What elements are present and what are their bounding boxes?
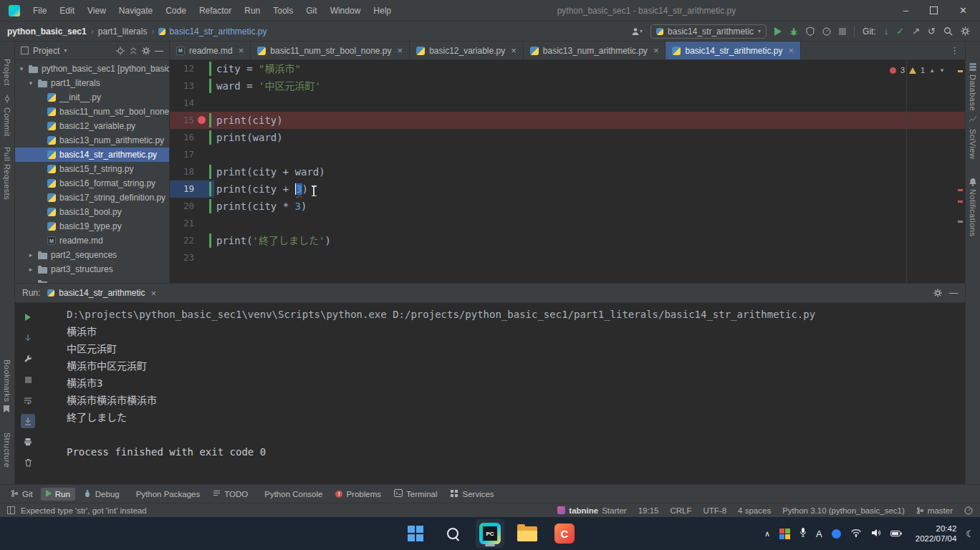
- print-icon[interactable]: [21, 435, 35, 449]
- wifi-icon[interactable]: [850, 527, 862, 540]
- stripe-bookmarks[interactable]: Bookmarks: [3, 360, 11, 402]
- python-interpreter[interactable]: Python 3.10 (python_basic_sec1): [782, 506, 905, 515]
- minimize-button[interactable]: –: [903, 5, 908, 16]
- tree-file[interactable]: basic18_bool.py: [15, 205, 169, 219]
- locate-file-icon[interactable]: [116, 47, 125, 55]
- stop-button[interactable]: [839, 28, 846, 35]
- hide-run-panel-icon[interactable]: —: [949, 288, 958, 298]
- run-tab[interactable]: basic14_str_arithmetic ×: [47, 288, 156, 298]
- taskbar-pycharm-button[interactable]: PC: [476, 519, 504, 548]
- notifications-gauge-icon[interactable]: [964, 506, 973, 515]
- tray-overflow-chevron-icon[interactable]: ∧: [764, 529, 770, 539]
- line-separator[interactable]: CRLF: [670, 506, 691, 515]
- editor-line[interactable]: 12city = "横浜市": [170, 60, 965, 77]
- menu-item-file[interactable]: File: [27, 4, 52, 18]
- tree-file[interactable]: basic17_string_definition.py: [15, 190, 169, 205]
- stripe-project[interactable]: Project: [3, 59, 11, 86]
- toolwindow-button-terminal[interactable]: Terminal: [389, 487, 442, 501]
- tree-file[interactable]: __init__.py: [15, 90, 169, 105]
- debug-button[interactable]: [789, 27, 798, 36]
- menu-item-tools[interactable]: Tools: [267, 4, 299, 18]
- clear-all-icon[interactable]: [21, 455, 35, 470]
- menu-item-view[interactable]: View: [82, 4, 112, 18]
- inspections-widget[interactable]: 3 1 ▲ ▼: [890, 66, 945, 74]
- editor-tab[interactable]: basic11_num_str_bool_none.py×: [251, 42, 410, 59]
- expand-arrow-icon[interactable]: ▾: [18, 65, 25, 72]
- git-commit-button[interactable]: ✓: [896, 26, 904, 37]
- soft-wrap-icon[interactable]: [21, 393, 35, 407]
- toolwindow-button-debug[interactable]: Debug: [78, 487, 125, 501]
- tree-folder[interactable]: ▾part1_literals: [15, 76, 169, 90]
- scrollbar-error-mark[interactable]: [958, 189, 963, 191]
- git-branch-widget[interactable]: master: [916, 506, 953, 515]
- focus-assist-moon-icon[interactable]: ☾: [966, 529, 974, 539]
- taskbar-c-app-button[interactable]: C: [550, 519, 579, 548]
- scroll-to-end-icon[interactable]: [21, 414, 35, 428]
- tray-app-icon[interactable]: [779, 529, 790, 539]
- notifications-bell-icon[interactable]: [969, 176, 977, 189]
- rerun-icon[interactable]: [21, 310, 35, 324]
- ime-indicator[interactable]: A: [816, 529, 822, 539]
- editor-line[interactable]: 20print(city * 3): [170, 198, 965, 215]
- chevron-down-icon[interactable]: ▾: [64, 47, 67, 54]
- breadcrumb-item[interactable]: basic14_str_arithmetic.py: [158, 26, 266, 37]
- toolwindow-button-git[interactable]: Git: [6, 487, 38, 501]
- git-push-button[interactable]: ↗: [912, 26, 920, 37]
- tree-folder[interactable]: ▸part3_structures: [15, 262, 169, 276]
- run-settings-gear-icon[interactable]: [933, 289, 942, 297]
- tree-file[interactable]: basic19_type.py: [15, 219, 169, 233]
- expand-arrow-icon[interactable]: ▸: [27, 266, 34, 273]
- maximize-button[interactable]: [930, 6, 938, 14]
- breadcrumb-item[interactable]: python_basic_sec1: [7, 26, 87, 37]
- profiler-button[interactable]: [822, 27, 831, 36]
- close-tab-icon[interactable]: ×: [653, 46, 659, 55]
- microphone-icon[interactable]: [799, 527, 807, 540]
- tree-folder[interactable]: ▸: [15, 276, 169, 283]
- editor-line[interactable]: 18print(city + ward): [170, 163, 965, 180]
- menu-item-run[interactable]: Run: [239, 4, 266, 18]
- next-problem-icon[interactable]: ▼: [939, 67, 945, 74]
- editor-line[interactable]: 15print(city): [170, 112, 965, 129]
- toolwindow-switcher-icon[interactable]: [7, 506, 15, 514]
- close-tab-icon[interactable]: ×: [511, 46, 517, 55]
- tree-file[interactable]: basic11_num_str_bool_none.py: [15, 105, 169, 119]
- menu-item-help[interactable]: Help: [368, 4, 397, 18]
- scrollbar-error-mark[interactable]: [958, 201, 963, 203]
- run-console-output[interactable]: D:\projects\python_basic_sec1\venv\Scrip…: [55, 306, 959, 484]
- close-tab-icon[interactable]: ×: [398, 46, 403, 55]
- editor-line[interactable]: 19print(city + 3): [170, 180, 965, 198]
- file-encoding[interactable]: UTF-8: [703, 506, 727, 515]
- sciview-icon[interactable]: [969, 113, 977, 126]
- battery-icon[interactable]: [890, 527, 902, 540]
- breadcrumb-item[interactable]: part1_literals: [98, 26, 148, 37]
- expand-arrow-icon[interactable]: ▾: [27, 79, 34, 87]
- menu-item-window[interactable]: Window: [325, 4, 367, 18]
- stripe-commit[interactable]: Commit: [3, 107, 11, 137]
- stop-icon[interactable]: [21, 372, 35, 387]
- settings-gear-icon[interactable]: [961, 26, 970, 36]
- tree-file[interactable]: basic15_f_string.py: [15, 162, 169, 176]
- tray-blue-app-icon[interactable]: [832, 529, 841, 539]
- stripe-sciview[interactable]: SciView: [969, 129, 977, 159]
- tree-file[interactable]: basic14_str_arithmetic.py: [15, 148, 169, 162]
- tree-file[interactable]: Mreadme.md: [15, 233, 169, 248]
- editor-line[interactable]: 21: [170, 215, 965, 232]
- toolwindow-button-run[interactable]: Run: [41, 488, 75, 501]
- tabnine-widget[interactable]: tabnine Starter: [557, 506, 626, 515]
- run-button[interactable]: [774, 27, 782, 36]
- editor-line[interactable]: 23: [170, 249, 965, 266]
- caret-position[interactable]: 19:15: [638, 506, 659, 515]
- wrench-settings-icon[interactable]: [21, 352, 35, 366]
- indent-setting[interactable]: 4 spaces: [738, 506, 771, 515]
- tab-options-icon[interactable]: ⋮: [950, 42, 959, 59]
- menu-item-git[interactable]: Git: [300, 4, 322, 18]
- bookmark-icon[interactable]: [3, 403, 10, 416]
- close-button[interactable]: ✕: [959, 5, 967, 16]
- hide-panel-icon[interactable]: —: [155, 46, 163, 56]
- tree-root[interactable]: ▾python_basic_sec1 [python_basic]D:\: [15, 62, 169, 76]
- stripe-structure[interactable]: Structure: [3, 433, 11, 468]
- taskbar-explorer-button[interactable]: [513, 519, 542, 548]
- menu-item-navigate[interactable]: Navigate: [113, 4, 158, 18]
- close-tab-icon[interactable]: ×: [789, 46, 794, 55]
- scrollbar-mark[interactable]: [958, 221, 963, 223]
